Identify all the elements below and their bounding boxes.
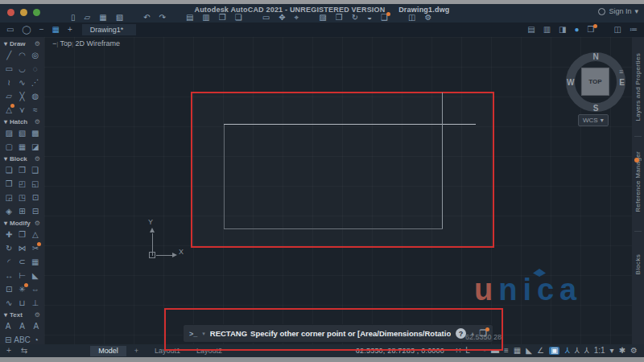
hatch-pattern-tool[interactable]: ▧	[19, 126, 26, 140]
extend-tool[interactable]: ⊢	[19, 269, 26, 282]
boundary-tool[interactable]: ▢	[5, 140, 12, 154]
edit-attribute-tool[interactable]: ◱	[31, 177, 39, 191]
break-tool[interactable]: ⊡	[6, 282, 12, 296]
visual-style-icon[interactable]: ◯	[22, 26, 31, 34]
redo-icon[interactable]: ↷	[159, 14, 166, 22]
divide-tool[interactable]: ⋎	[19, 103, 25, 117]
stretch-tool[interactable]: ↔	[5, 269, 13, 282]
hatch-image-tool[interactable]: ▦	[19, 140, 26, 154]
circle-tool[interactable]: ◎	[31, 48, 39, 62]
single-line-text-tool[interactable]: A	[6, 319, 11, 333]
layout1-tab[interactable]: Layout1	[147, 346, 188, 356]
annotation-tools-icon[interactable]: ≔	[630, 26, 638, 34]
plot-icon[interactable]: ▥	[202, 14, 209, 22]
viewport-config-icon[interactable]: ▭	[6, 26, 14, 34]
print-icon[interactable]: ▤	[186, 14, 193, 22]
drawing-file-tab[interactable]: Drawing1*	[82, 24, 137, 35]
line-tool[interactable]: ╱	[6, 48, 11, 62]
customization-gear-icon[interactable]: ⚙	[630, 347, 638, 355]
sign-in-area[interactable]: Sign In ▾	[598, 7, 638, 15]
define-attribute-tool[interactable]: ◰	[19, 177, 26, 191]
tab-layers-and-properties[interactable]: Layers and Properties	[634, 53, 642, 121]
object-snap-icon[interactable]: ▣	[549, 347, 559, 355]
copy-icon[interactable]: ❐	[219, 14, 226, 22]
save-icon[interactable]: ▦	[99, 14, 106, 22]
array-tool[interactable]: ▦	[31, 255, 39, 269]
spline-tool[interactable]: ≀	[7, 76, 10, 89]
scale-tool[interactable]: △	[32, 228, 39, 241]
isometric-drafting-icon[interactable]: ⅄	[564, 347, 569, 355]
grid-display-icon[interactable]: ▦	[514, 347, 521, 355]
draw-settings-icon[interactable]: ⚙	[35, 40, 40, 47]
chamfer-tool[interactable]: ◣	[32, 269, 39, 282]
polar-tracking-icon[interactable]: ∠	[537, 347, 544, 355]
pan-icon[interactable]: ✥	[279, 14, 285, 22]
measure-icon[interactable]: ◫	[408, 14, 415, 22]
arc-3point-tool[interactable]: ◡	[19, 62, 26, 76]
annotation-scale-icon[interactable]: ⅄	[584, 347, 589, 355]
text-settings-icon[interactable]: ⚙	[35, 311, 40, 319]
block-palette-tool[interactable]: ◈	[6, 204, 12, 218]
set-base-point-tool[interactable]: ⊡	[32, 191, 39, 204]
viewport-visual-style-control[interactable]: 2D Wireframe	[72, 40, 120, 47]
save-as-icon[interactable]: ▧	[116, 14, 123, 22]
status-dot-icon[interactable]: ●	[575, 26, 580, 34]
multiline-text-tool[interactable]: A	[19, 319, 25, 333]
linetype-display-icon[interactable]: ≡	[504, 347, 509, 355]
scale-caret-icon[interactable]: ▾	[610, 347, 614, 355]
hatch-solid-tool[interactable]: ◪	[31, 140, 39, 154]
spell-check-tool[interactable]: ABC	[14, 333, 31, 344]
add-layout-button[interactable]: +	[126, 346, 147, 356]
text-style-tool[interactable]: A	[34, 319, 39, 333]
edit-polyline-tool[interactable]: ∿	[6, 296, 12, 310]
explode-tool[interactable]: ✳	[19, 282, 25, 296]
collapse-caret-icon[interactable]: ▾	[4, 40, 7, 47]
hatch-settings-icon[interactable]: ⚙	[35, 118, 40, 125]
draw-section-header[interactable]: ▾ Draw ⚙	[2, 39, 42, 48]
fillet-tool[interactable]: ◜	[7, 255, 10, 269]
refresh-icon[interactable]: ↻	[352, 14, 358, 22]
modify-settings-icon[interactable]: ⚙	[35, 220, 40, 227]
coordinates-grid-icon[interactable]: ∷	[456, 347, 460, 355]
hatch-tool[interactable]: ▨	[5, 126, 12, 140]
share-icon[interactable]: ◒	[367, 14, 372, 22]
arc-text-tool[interactable]: ◔	[34, 333, 39, 344]
new-drawing-tab-icon[interactable]: +	[68, 26, 72, 34]
offset-tool[interactable]: ⊂	[19, 255, 25, 269]
open-file-icon[interactable]: ▱	[85, 14, 91, 22]
construction-line-tool[interactable]: ╳	[19, 89, 24, 103]
point-tool[interactable]: ⋰	[31, 76, 39, 89]
polygon-tool[interactable]: △	[6, 103, 12, 117]
donut-tool[interactable]: ◍	[31, 89, 39, 103]
drawing-canvas[interactable]: −Top2D Wireframe	[44, 37, 632, 344]
match-properties-icon[interactable]: ▨	[319, 14, 326, 22]
group-tool[interactable]: ⊞	[19, 204, 25, 218]
workspace-icon[interactable]: ✱	[619, 347, 625, 355]
block-settings-icon[interactable]: ⚙	[35, 155, 40, 162]
rectangle-tool[interactable]: ▭	[5, 62, 12, 76]
create-block-tool[interactable]: ❐	[19, 163, 26, 177]
trim-tool[interactable]: ✂	[32, 241, 39, 255]
move-tool[interactable]: ✚	[6, 228, 12, 241]
hatch-section-header[interactable]: ▾ Hatch ⚙	[2, 117, 42, 126]
ellipse-tool[interactable]: ◌	[33, 62, 38, 76]
collapse-caret-icon[interactable]: ▾	[4, 118, 7, 125]
annotation-visibility-icon[interactable]: ⅄	[574, 347, 579, 355]
undo-icon[interactable]: ↶	[143, 14, 150, 22]
align-tool[interactable]: ⊥	[31, 296, 39, 310]
tab-blocks[interactable]: Blocks	[634, 254, 642, 274]
measure-tools-icon[interactable]: ◫	[614, 26, 621, 34]
arc-tool[interactable]: ◠	[19, 48, 26, 62]
layer-state-icon[interactable]: ◨	[559, 26, 566, 34]
manage-attributes-tool[interactable]: ◲	[5, 191, 12, 204]
new-file-icon[interactable]: ▯	[71, 14, 76, 22]
tools-icon[interactable]: ⚙	[425, 14, 432, 22]
collapse-icon[interactable]: −	[39, 26, 44, 34]
swap-view-icon[interactable]: ⇆	[21, 347, 27, 355]
join-tool[interactable]: ⊔	[19, 296, 26, 310]
gradient-tool[interactable]: ▩	[31, 126, 39, 140]
polyline-tool[interactable]: ∿	[19, 76, 25, 89]
block-editor-tool[interactable]: ❒	[6, 177, 13, 191]
model-tab[interactable]: Model	[90, 346, 126, 356]
graphics-performance-icon[interactable]: ◔	[481, 347, 486, 355]
